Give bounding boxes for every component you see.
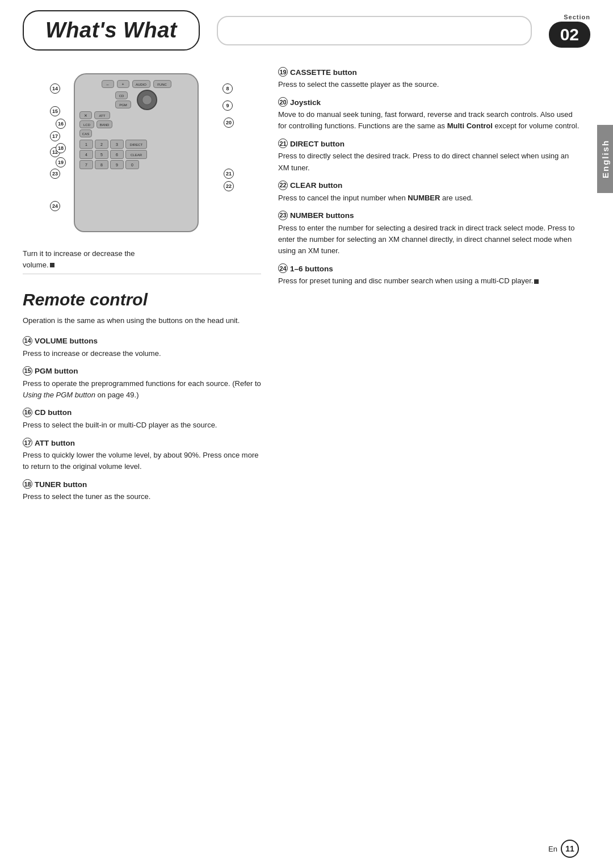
remote-plus-btn: + [117,80,129,88]
remote-lcd-btn: LCD [79,120,94,128]
item-desc-15: Press to operate the preprogrammed funct… [23,378,261,401]
item-num-24: 24 [278,263,288,273]
page-title: What's What [45,18,177,42]
callout-8: 8 [222,83,233,94]
item-desc-17: Press to quickly lower the volume level,… [23,450,261,472]
stop-icon-2 [534,279,539,284]
callout-9: 9 [222,100,233,111]
item-desc-24: Press for preset tuning and disc number … [278,275,582,287]
callout-16: 16 [56,119,66,129]
remote-func-btn: FUNC [153,80,171,88]
item-16: 16 CD button Press to select the built-i… [23,408,261,431]
num-btn-5: 5 [95,150,108,159]
item-num-23: 23 [278,211,288,220]
item-num-17: 17 [23,438,32,447]
item-22: 22 CLEAR button Press to cancel the inpu… [278,181,582,204]
item-title-20: Joystick [290,98,321,107]
item-title-15: PGM button [35,367,78,375]
joystick-inner [142,95,152,105]
item-desc-23: Press to enter the number for selecting … [278,223,582,257]
item-desc-21: Press to directly select the desired tra… [278,150,582,173]
remote-x-btn: ✕ [79,111,92,119]
item-title-14: VOLUME buttons [35,337,98,345]
item-num-18: 18 [23,479,32,489]
right-column: 19 CASSETTE button Press to select the c… [278,62,582,510]
item-num-21: 21 [278,139,288,148]
item-num-15: 15 [23,366,32,376]
remote-joystick [137,90,157,110]
left-column: – + AUDIO FUNC CD PGM [23,62,261,510]
language-tab: English [597,125,613,193]
num-btn-0: 0 [125,160,139,169]
callout-21: 21 [224,169,234,179]
item-title-22: CLEAR button [290,181,342,190]
num-btn-4: 4 [79,150,93,159]
callout-22: 22 [224,181,234,191]
item-title-23: NUMBER buttons [290,211,354,220]
num-btn-9: 9 [110,160,124,169]
num-btn-1: 1 [79,140,93,149]
footer-en-label: En [548,845,557,853]
item-24: 24 1–6 buttons Press for preset tuning a… [278,264,582,287]
item-15: 15 PGM button Press to operate the prepr… [23,367,261,401]
section-number: 02 [549,22,590,48]
remote-cas-btn: CAS [79,129,92,137]
item-num-14: 14 [23,336,32,346]
remote-control-intro: Operation is the same as when using the … [23,315,261,326]
callout-24: 24 [50,201,60,211]
main-content: – + AUDIO FUNC CD PGM [0,56,613,521]
item-title-18: TUNER button [35,480,87,489]
remote-att-btn: ATT [94,111,110,119]
num-btn-2: 2 [95,140,108,149]
item-title-17: ATT button [35,439,75,447]
item-23: 23 NUMBER buttons Press to enter the num… [278,211,582,257]
remote-band-btn: BAND [96,120,112,128]
item-21: 21 DIRECT button Press to directly selec… [278,139,582,173]
item-num-19: 19 [278,67,288,77]
remote-pgm-btn: PGM [115,100,131,108]
item-num-22: 22 [278,181,288,190]
item-17: 17 ATT button Press to quickly lower the… [23,438,261,472]
callout-17: 17 [50,131,60,141]
item-desc-16: Press to select the built-in or multi-CD… [23,420,261,431]
remote-diagram: – + AUDIO FUNC CD PGM [45,68,238,244]
remote-audio-btn: AUDIO [132,80,150,88]
item-desc-18: Press to select the tuner as the source. [23,491,261,502]
num-btn-8: 8 [95,160,108,169]
section-block: Section 02 [549,14,590,48]
remote-body: – + AUDIO FUNC CD PGM [74,73,199,232]
item-20: 20 Joystick Move to do manual seek tunin… [278,98,582,132]
callout-19: 19 [56,157,66,167]
item-num-20: 20 [278,97,288,107]
top-bar: What's What Section 02 [0,0,613,51]
callout-15: 15 [50,106,60,116]
callout-14: 14 [50,83,60,94]
item-desc-22: Press to cancel the input number when NU… [278,192,582,204]
page-footer: En 11 [548,840,579,858]
item-18: 18 TUNER button Press to select the tune… [23,480,261,502]
page-number: 11 [561,840,579,858]
remote-cd-btn: CD [115,91,128,99]
remote-minus-btn: – [102,80,114,88]
section-label: Section [564,14,590,20]
num-btn-direct: DIRECT [125,140,147,149]
item-desc-19: Press to select the cassette player as t… [278,79,582,90]
item-title-19: CASSETTE button [290,68,357,77]
num-btn-7: 7 [79,160,93,169]
item-title-21: DIRECT button [290,140,345,148]
item-14: 14 VOLUME buttons Press to increase or d… [23,337,261,359]
stop-icon [50,263,54,267]
remote-control-title: Remote control [23,290,261,309]
num-btn-6: 6 [110,150,124,159]
divider [23,274,261,274]
num-btn-clear: CLEAR [125,150,147,159]
remote-caption: Turn it to increase or decrease the volu… [23,248,261,270]
num-btn-3: 3 [110,140,124,149]
item-num-16: 16 [23,408,32,417]
item-19: 19 CASSETTE button Press to select the c… [278,68,582,90]
callout-20: 20 [224,118,234,128]
item-desc-20: Move to do manual seek tuning, fast forw… [278,109,582,132]
callout-23: 23 [50,169,60,179]
item-title-24: 1–6 buttons [290,265,333,273]
item-desc-14: Press to increase or decrease the volume… [23,348,261,359]
